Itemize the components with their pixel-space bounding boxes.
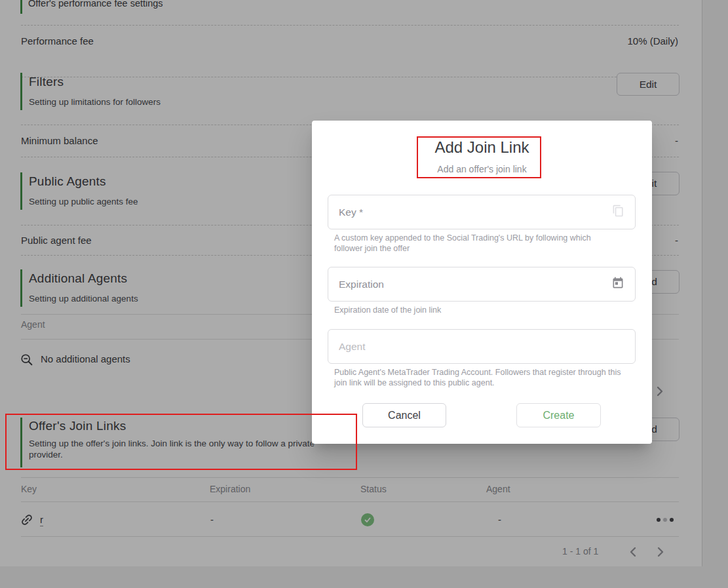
agent-input[interactable] [339, 341, 624, 353]
agent-field[interactable] [328, 329, 636, 364]
annotation-box-join-links-section [5, 414, 357, 470]
expiration-field-helper: Expiration date of the join link [334, 305, 621, 315]
key-field[interactable]: Key * [328, 195, 636, 229]
expiration-field[interactable]: Expiration [328, 267, 636, 302]
create-button[interactable]: Create [516, 403, 601, 427]
annotation-box-dialog-title [417, 136, 541, 178]
calendar-icon[interactable] [611, 277, 624, 292]
agent-field-helper: Public Agent's MetaTrader Trading Accoun… [334, 367, 628, 388]
cancel-button[interactable]: Cancel [362, 403, 446, 427]
expiration-field-label: Expiration [339, 279, 384, 290]
key-field-label: Key * [339, 206, 363, 218]
key-field-helper: A custom key appended to the Social Trad… [334, 233, 621, 254]
copy-icon[interactable] [612, 204, 624, 220]
